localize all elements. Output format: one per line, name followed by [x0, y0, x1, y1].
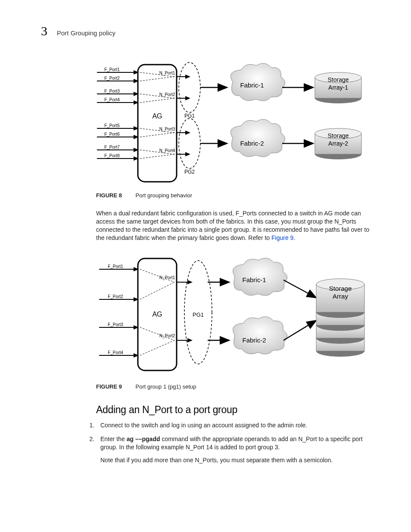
figure-9-link[interactable]: Figure 9	[271, 234, 293, 241]
svg-point-35	[179, 118, 200, 168]
step-2-note: Note that if you add more than one N_Por…	[100, 456, 372, 465]
step-1: Connect to the switch and log in using a…	[96, 421, 372, 430]
svg-line-63	[140, 282, 174, 299]
svg-line-65	[140, 340, 174, 355]
svg-text:Fabric-1: Fabric-1	[240, 81, 264, 89]
fabric-1-cloud: Fabric-1	[231, 63, 285, 101]
ag-label: AG	[152, 112, 162, 120]
svg-text:Storage: Storage	[327, 76, 349, 83]
figure-9-caption: FIGURE 9 Port group 1 (pg1) setup	[96, 383, 196, 390]
svg-point-33	[179, 62, 200, 112]
svg-line-22	[140, 133, 174, 137]
figure-caption-text: Port group 1 (pg1) setup	[136, 383, 196, 390]
svg-text:Fabric-1: Fabric-1	[242, 276, 266, 283]
svg-text:PG1: PG1	[193, 311, 204, 318]
svg-text:Array: Array	[333, 292, 348, 300]
svg-text:F_Port8: F_Port8	[104, 153, 120, 158]
storage-2: Storage Array-2	[315, 128, 361, 159]
figure-8-diagram: AG F_Port1 F_Port2 F_Port3 F_Port4 F_Por…	[95, 60, 371, 185]
svg-line-18	[140, 77, 174, 81]
svg-text:N_Port4: N_Port4	[159, 148, 175, 153]
pgadd-command: ––pgadd	[135, 436, 160, 442]
chapter-number: 3	[41, 24, 47, 38]
svg-text:F_Port3: F_Port3	[108, 322, 123, 327]
svg-text:F_Port4: F_Port4	[108, 350, 123, 355]
svg-text:N_Port3: N_Port3	[159, 127, 175, 131]
svg-text:F_Port4: F_Port4	[104, 97, 120, 102]
heading-adding-nport: Adding an N_Port to a port group	[96, 404, 237, 416]
svg-line-20	[140, 98, 174, 103]
svg-text:Fabric-2: Fabric-2	[242, 336, 266, 344]
svg-text:PG2: PG2	[184, 169, 195, 175]
figure-label: FIGURE 8	[96, 192, 122, 199]
storage-1: Storage Array-1	[315, 72, 361, 103]
paragraph-1: When a dual redundant fabric configurati…	[96, 209, 372, 242]
ag-label-2: AG	[152, 311, 162, 318]
svg-text:N_Port1: N_Port1	[159, 71, 175, 75]
figure-8-caption: FIGURE 8 Port grouping behavior	[96, 192, 192, 199]
storage-stack: Storage Array	[316, 279, 364, 357]
section-title: Port Grouping policy	[57, 29, 115, 37]
svg-text:Storage: Storage	[327, 132, 349, 139]
svg-text:Storage: Storage	[329, 285, 352, 292]
svg-text:F_Port6: F_Port6	[104, 132, 120, 137]
svg-rect-0	[138, 65, 177, 182]
svg-text:N_Port2: N_Port2	[159, 92, 175, 97]
step-2: Enter the ag ––pgadd command with the ap…	[96, 435, 372, 465]
svg-text:F_Port2: F_Port2	[104, 76, 120, 81]
svg-text:Array-2: Array-2	[328, 140, 348, 147]
fport-lines: F_Port1 F_Port2 F_Port3 F_Port4 F_Port5 …	[97, 67, 138, 159]
svg-text:F_Port2: F_Port2	[108, 294, 123, 299]
svg-text:N_Port1: N_Port1	[159, 275, 175, 280]
figure-caption-text: Port grouping behavior	[136, 192, 193, 199]
svg-text:Array-1: Array-1	[328, 84, 348, 91]
svg-text:F_Port5: F_Port5	[104, 123, 120, 128]
svg-line-77	[283, 321, 315, 340]
fabric-2-cloud: Fabric-2	[231, 119, 285, 157]
figure-label: FIGURE 9	[96, 383, 122, 390]
svg-text:F_Port1: F_Port1	[108, 264, 123, 269]
svg-text:F_Port7: F_Port7	[104, 145, 120, 149]
figure-9-diagram: AG F_Port1 F_Port2 F_Port3 F_Port4 N_Por…	[95, 254, 371, 375]
page-header: 3 Port Grouping policy	[41, 24, 115, 38]
svg-text:PG1: PG1	[184, 113, 195, 119]
svg-line-76	[283, 280, 315, 297]
svg-text:F_Port1: F_Port1	[104, 67, 120, 72]
ag-command: ag	[127, 436, 135, 442]
procedure-steps: Connect to the switch and log in using a…	[96, 421, 372, 470]
svg-text:F_Port3: F_Port3	[104, 89, 120, 93]
svg-text:Fabric-2: Fabric-2	[240, 140, 264, 147]
svg-line-24	[140, 154, 174, 159]
svg-text:N_Port2: N_Port2	[159, 333, 175, 338]
